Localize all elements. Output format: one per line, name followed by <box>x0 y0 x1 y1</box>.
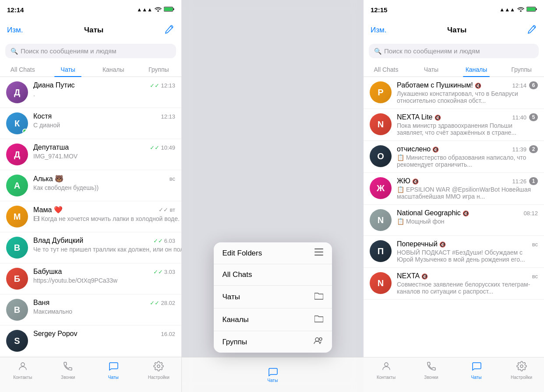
channel-name: NEXTA Lite🔇 <box>397 113 441 121</box>
channel-item[interactable]: N National Geographic🔇 08:12 📋 Мощный фо… <box>364 205 544 236</box>
chat-header: Влад Дубицкий ✓✓6.03 <box>33 237 175 245</box>
channel-item[interactable]: N NEXTA Lite🔇 11:40 5 Пока министр здрав… <box>364 109 544 141</box>
right-wifi-icon <box>517 7 524 13</box>
chat-preview: 🎞 Когда не хочется мочить лапки в холодн… <box>33 215 181 222</box>
chat-content: Алька 🐻 вс Как свободен будешь)) <box>33 175 175 192</box>
chat-preview: https://youtu.be/OtXq9PCa33w <box>33 277 117 284</box>
channel-preview: Пока министр здравоохранения Польши заяв… <box>397 122 538 136</box>
online-dot <box>22 129 28 134</box>
right-search-placeholder: Поиск по сообщениям и людям <box>384 47 480 55</box>
channel-avatar: Ж <box>370 177 392 199</box>
chat-item[interactable]: S Sergey Popov 16.02 <box>0 326 181 357</box>
channel-time: 12:14 <box>512 82 526 89</box>
left-settings-label: Настройки <box>148 375 170 380</box>
chat-item[interactable]: В Влад Дубицкий ✓✓6.03 Че то тут не приш… <box>0 232 181 263</box>
channel-item[interactable]: О отчислено🔇 11:39 2 📋 Министерство обра… <box>364 141 544 173</box>
chat-name: Депутатша <box>33 144 69 151</box>
channel-content: National Geographic🔇 08:12 📋 Мощный фон <box>397 209 538 225</box>
chat-item[interactable]: А Алька 🐻 вс Как свободен будешь)) <box>0 170 181 201</box>
right-tab-channels[interactable]: Каналы <box>454 63 499 77</box>
check-icon: ✓✓ <box>150 300 159 306</box>
mute-icon: 🔇 <box>421 273 428 280</box>
check-icon: ✓✓ <box>150 82 159 89</box>
channel-item[interactable]: Р Работаем с Пушкиным!🔇 12:14 6 Лукашенк… <box>364 77 544 109</box>
badge: 2 <box>529 145 538 153</box>
channel-item[interactable]: N NEXTA🔇 вс Совместное заявление белорус… <box>364 268 544 300</box>
check-icon: ✓✓ <box>153 269 163 275</box>
right-tab-contacts[interactable]: Контакты <box>364 361 409 380</box>
right-edit-button[interactable]: Изм. <box>371 26 386 35</box>
right-tab-groups[interactable]: Группы <box>499 63 544 77</box>
left-edit-button[interactable]: Изм. <box>7 26 23 35</box>
badge: 1 <box>529 177 538 185</box>
left-tab-settings[interactable]: Настройки <box>136 361 182 380</box>
chat-content: Ваня ✓✓28.02 Максимально <box>33 299 175 315</box>
context-menu-channels[interactable]: Каналы <box>214 308 332 331</box>
avatar: А <box>6 175 28 196</box>
context-menu-chats[interactable]: Чаты <box>214 286 332 308</box>
left-contacts-label: Контакты <box>13 375 32 380</box>
left-compose-button[interactable] <box>165 24 174 36</box>
middle-chats-tab[interactable]: Чаты <box>268 367 278 383</box>
channel-name-row: ЖЮ🔇 11:26 1 <box>397 177 538 185</box>
right-tab-chats-bottom[interactable]: Чаты <box>454 361 499 380</box>
channel-name-row: Работаем с Пушкиным!🔇 12:14 6 <box>397 81 538 89</box>
channel-avatar: П <box>370 240 392 262</box>
left-search-bar[interactable]: 🔍 Поиск по сообщениям и людям <box>5 44 176 58</box>
channel-time: 11:40 <box>512 114 526 121</box>
wifi-icon <box>155 7 162 13</box>
chat-item[interactable]: М Мама ❤️ ✓✓вт 🎞 Когда не хочется мочить… <box>0 201 181 232</box>
left-bottom-tab-bar: Контакты Звонки Чаты Настройки <box>0 357 181 392</box>
channel-name-row: Поперечный🔇 вс <box>397 240 538 248</box>
chat-time: ✓✓вт <box>159 206 175 213</box>
channel-item[interactable]: Ж ЖЮ🔇 11:26 1 📋 EPSILION WAR @EpsilionWa… <box>364 173 544 205</box>
channel-name: отчислено🔇 <box>397 145 439 153</box>
left-tab-contacts[interactable]: Контакты <box>0 361 46 380</box>
right-tab-allchats[interactable]: All Chats <box>364 63 409 77</box>
left-tab-groups[interactable]: Группы <box>136 63 182 77</box>
chat-header: Депутатша ✓✓10:49 <box>33 144 175 151</box>
check-icon: ✓✓ <box>153 238 163 244</box>
mute-icon: 🔇 <box>412 178 419 185</box>
left-tab-calls[interactable]: Звонки <box>46 361 91 380</box>
context-menu-edit-folders[interactable]: Edit Folders <box>214 242 332 264</box>
right-settings-icon <box>516 361 527 374</box>
chat-item[interactable]: Д Диана Путис ✓✓12:13 . <box>0 77 181 108</box>
left-tab-chats[interactable]: Чаты <box>46 63 91 77</box>
right-status-bar: 12:15 ▲▲▲ <box>364 0 544 19</box>
chat-preview: С диaной <box>33 122 60 129</box>
channel-item[interactable]: П Поперечный🔇 вс НОВЫЙ ПОДКАСТ #БезДуши!… <box>364 236 544 268</box>
chat-name: Костя <box>33 112 52 120</box>
chat-item[interactable]: В Ваня ✓✓28.02 Максимально <box>0 294 181 326</box>
right-tab-calls[interactable]: Звонки <box>409 361 454 380</box>
right-tab-settings[interactable]: Настройки <box>499 361 544 380</box>
edit-folders-label: Edit Folders <box>223 249 262 258</box>
context-menu-groups[interactable]: Группы <box>214 331 332 353</box>
chat-item[interactable]: Д Депутатша ✓✓10:49 IMG_9741.MOV <box>0 139 181 170</box>
right-search-bar[interactable]: 🔍 Поиск по сообщениям и людям <box>369 44 539 58</box>
left-tab-allchats[interactable]: All Chats <box>0 63 46 77</box>
folder-icon-chats <box>314 292 323 302</box>
context-menu-all-chats[interactable]: All Chats <box>214 264 332 286</box>
chat-content: Диана Путис ✓✓12:13 . <box>33 81 175 98</box>
chat-time: ✓✓10:49 <box>150 144 175 151</box>
right-bottom-tab-bar: Контакты Звонки Чаты Настройки <box>364 357 544 392</box>
chat-name: Алька 🐻 <box>33 175 64 183</box>
right-search-icon: 🔍 <box>374 48 382 55</box>
right-tab-chats[interactable]: Чаты <box>409 63 454 77</box>
chat-name: Бабушка <box>33 268 62 276</box>
left-tab-channels[interactable]: Каналы <box>91 63 136 77</box>
right-compose-button[interactable] <box>527 24 537 36</box>
chat-name: Sergey Popov <box>33 330 78 338</box>
svg-point-14 <box>520 365 523 368</box>
chat-item[interactable]: Б Бабушка ✓✓3.03 https://youtu.be/OtXq9P… <box>0 263 181 294</box>
chat-content: Бабушка ✓✓3.03 https://youtu.be/OtXq9PCa… <box>33 268 175 284</box>
list-icon <box>314 248 323 258</box>
left-tab-chats-bottom[interactable]: Чаты <box>91 361 136 380</box>
svg-rect-6 <box>314 252 323 252</box>
chat-item[interactable]: К Костя 12:13 С диaной <box>0 108 181 139</box>
svg-point-4 <box>157 365 160 368</box>
mute-icon: 🔇 <box>432 147 439 153</box>
avatar: Д <box>6 81 28 103</box>
chat-time: ✓✓12:13 <box>150 82 175 89</box>
